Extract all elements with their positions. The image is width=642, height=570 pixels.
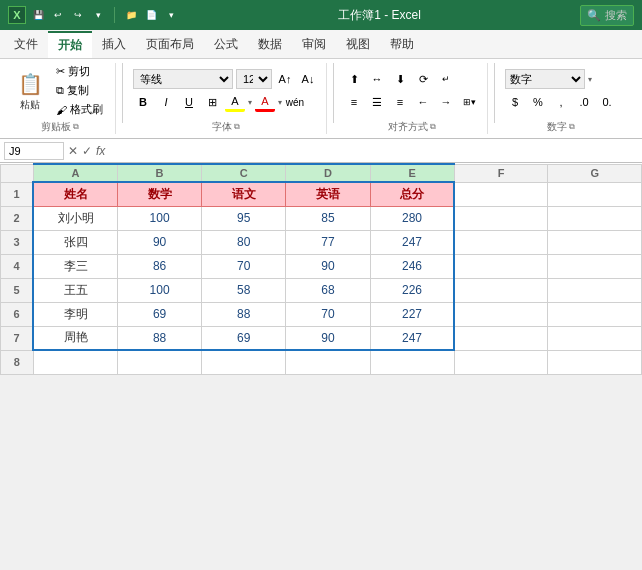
tab-page-layout[interactable]: 页面布局	[136, 30, 204, 58]
paste-button[interactable]: 📋 粘贴	[12, 68, 48, 114]
table-cell[interactable]	[548, 350, 642, 374]
table-cell[interactable]: 70	[202, 254, 286, 278]
table-cell[interactable]	[454, 326, 548, 350]
font-expand-icon[interactable]: ⧉	[234, 122, 240, 132]
row-header-7[interactable]: 7	[1, 326, 34, 350]
table-cell[interactable]	[117, 350, 201, 374]
formula-insert-icon[interactable]: fx	[96, 144, 105, 158]
table-cell[interactable]: 李明	[33, 302, 117, 326]
number-expand-icon[interactable]: ⧉	[569, 122, 575, 132]
cut-button[interactable]: ✂ 剪切	[52, 63, 107, 80]
wrap-text-btn[interactable]: ↵	[436, 69, 456, 89]
format-painter-button[interactable]: 🖌 格式刷	[52, 101, 107, 118]
italic-button[interactable]: I	[156, 92, 176, 112]
table-cell[interactable]	[370, 350, 454, 374]
font-color-button[interactable]: A	[255, 92, 275, 112]
table-cell[interactable]: 周艳	[33, 326, 117, 350]
table-cell[interactable]: 张四	[33, 230, 117, 254]
currency-button[interactable]: $	[505, 92, 525, 112]
table-cell[interactable]: 95	[202, 206, 286, 230]
table-cell[interactable]	[454, 278, 548, 302]
align-right-button[interactable]: ≡	[390, 92, 410, 112]
row-header-8[interactable]: 8	[1, 350, 34, 374]
table-cell[interactable]: 247	[370, 326, 454, 350]
cell-reference-box[interactable]: J9	[4, 142, 64, 160]
font-size-select[interactable]: 12	[236, 69, 272, 89]
table-cell[interactable]: 100	[117, 206, 201, 230]
table-cell[interactable]	[548, 230, 642, 254]
open-file-button[interactable]: 📄	[144, 8, 158, 22]
table-cell[interactable]	[286, 350, 370, 374]
tab-view[interactable]: 视图	[336, 30, 380, 58]
decrease-font-button[interactable]: A↓	[298, 69, 318, 89]
more-commands-button[interactable]: ▾	[164, 8, 178, 22]
alignment-expand-icon[interactable]: ⧉	[430, 122, 436, 132]
table-cell[interactable]: 数学	[117, 182, 201, 206]
table-cell[interactable]	[33, 350, 117, 374]
formula-input[interactable]	[109, 144, 638, 158]
table-cell[interactable]: 88	[202, 302, 286, 326]
col-header-e[interactable]: E	[370, 164, 454, 182]
number-format-dropdown[interactable]: ▾	[588, 75, 592, 84]
merge-cells-button[interactable]: ⊞▾	[459, 92, 479, 112]
table-cell[interactable]	[454, 350, 548, 374]
col-header-f[interactable]: F	[454, 164, 548, 182]
row-header-3[interactable]: 3	[1, 230, 34, 254]
table-cell[interactable]: 刘小明	[33, 206, 117, 230]
table-cell[interactable]: 王五	[33, 278, 117, 302]
wrap-text-button[interactable]: wén	[285, 92, 305, 112]
col-header-b[interactable]: B	[117, 164, 201, 182]
table-cell[interactable]: 李三	[33, 254, 117, 278]
table-cell[interactable]: 69	[202, 326, 286, 350]
table-cell[interactable]	[548, 182, 642, 206]
table-cell[interactable]: 226	[370, 278, 454, 302]
tab-file[interactable]: 文件	[4, 30, 48, 58]
col-header-c[interactable]: C	[202, 164, 286, 182]
tab-data[interactable]: 数据	[248, 30, 292, 58]
table-cell[interactable]: 90	[286, 254, 370, 278]
font-name-select[interactable]: 等线	[133, 69, 233, 89]
table-cell[interactable]: 247	[370, 230, 454, 254]
table-cell[interactable]: 90	[286, 326, 370, 350]
decrease-indent-button[interactable]: ←	[413, 92, 433, 112]
table-cell[interactable]	[548, 278, 642, 302]
tab-formulas[interactable]: 公式	[204, 30, 248, 58]
undo-button[interactable]: ↩	[51, 8, 65, 22]
table-cell[interactable]: 280	[370, 206, 454, 230]
rotate-text-button[interactable]: ⟳	[413, 69, 433, 89]
table-cell[interactable]	[454, 182, 548, 206]
redo-button[interactable]: ↪	[71, 8, 85, 22]
fill-color-dropdown[interactable]: ▾	[248, 98, 252, 107]
table-cell[interactable]: 227	[370, 302, 454, 326]
bold-button[interactable]: B	[133, 92, 153, 112]
underline-button[interactable]: U	[179, 92, 199, 112]
tab-home[interactable]: 开始	[48, 31, 92, 58]
row-header-5[interactable]: 5	[1, 278, 34, 302]
table-cell[interactable]	[454, 230, 548, 254]
table-cell[interactable]: 58	[202, 278, 286, 302]
border-button[interactable]: ⊞	[202, 92, 222, 112]
table-cell[interactable]: 英语	[286, 182, 370, 206]
tab-insert[interactable]: 插入	[92, 30, 136, 58]
col-header-d[interactable]: D	[286, 164, 370, 182]
col-header-g[interactable]: G	[548, 164, 642, 182]
table-cell[interactable]	[454, 206, 548, 230]
table-cell[interactable]: 90	[117, 230, 201, 254]
table-cell[interactable]: 77	[286, 230, 370, 254]
table-cell[interactable]: 69	[117, 302, 201, 326]
table-cell[interactable]: 100	[117, 278, 201, 302]
table-cell[interactable]	[454, 302, 548, 326]
table-cell[interactable]: 语文	[202, 182, 286, 206]
row-header-2[interactable]: 2	[1, 206, 34, 230]
table-cell[interactable]: 68	[286, 278, 370, 302]
formula-cancel-icon[interactable]: ✕	[68, 144, 78, 158]
table-cell[interactable]	[548, 254, 642, 278]
row-header-4[interactable]: 4	[1, 254, 34, 278]
align-middle-button[interactable]: ↔	[367, 69, 387, 89]
align-left-button[interactable]: ≡	[344, 92, 364, 112]
increase-indent-button[interactable]: →	[436, 92, 456, 112]
table-cell[interactable]: 总分	[370, 182, 454, 206]
fill-color-button[interactable]: A	[225, 92, 245, 112]
percent-button[interactable]: %	[528, 92, 548, 112]
comma-button[interactable]: ,	[551, 92, 571, 112]
